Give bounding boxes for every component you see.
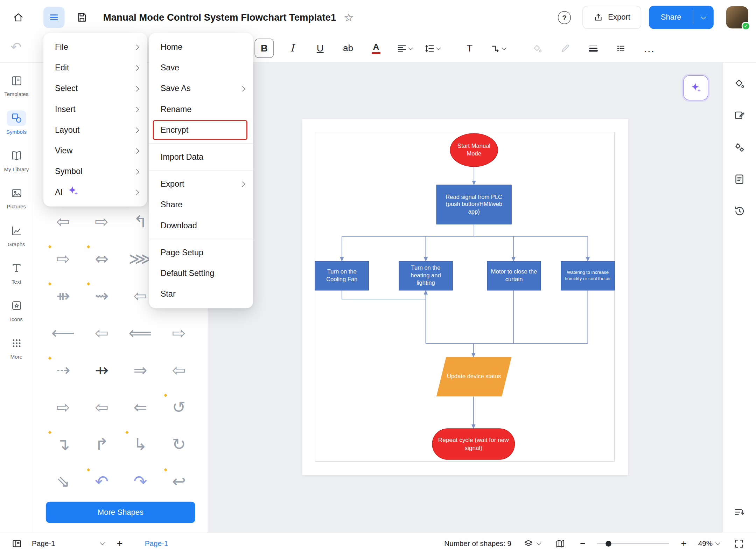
symbol-shape-16[interactable]: ⇨	[160, 314, 198, 351]
flow-node-read-signal[interactable]: Read signal from PLC (push button/HMI/we…	[436, 185, 512, 224]
symbol-shape-25[interactable]: ↴◆	[44, 425, 82, 463]
line-spacing-button[interactable]	[422, 39, 442, 58]
menubar-item-file[interactable]: File	[43, 37, 147, 57]
symbol-shape-15[interactable]: ⟸	[121, 314, 160, 351]
favorite-star-icon[interactable]: ☆	[344, 11, 354, 24]
sidebar-item-icons[interactable]: Icons	[0, 295, 32, 326]
symbol-shape-21[interactable]: ⇨	[44, 388, 82, 425]
symbol-shape-28[interactable]: ↻	[160, 425, 198, 463]
flow-node-cooling-fan[interactable]: Turn on the Cooling Fan	[315, 261, 369, 290]
file-menu-item-home[interactable]: Home	[149, 37, 253, 57]
flow-node-motor-curtain[interactable]: Motor to close the curtain	[487, 261, 541, 290]
file-menu-item-encrypt[interactable]: Encrypt	[149, 120, 253, 140]
zoom-out-button[interactable]: −	[580, 538, 586, 549]
strikethrough-button[interactable]: ab	[338, 39, 358, 58]
symbol-shape-23[interactable]: ⇐	[121, 388, 160, 425]
pen-button[interactable]	[555, 39, 575, 58]
add-page-button[interactable]: +	[117, 538, 122, 549]
file-menu-item-export[interactable]: Export	[149, 174, 253, 194]
theme-panel-icon[interactable]	[729, 73, 750, 94]
symbol-shape-17[interactable]: ⇢◆	[44, 351, 82, 388]
sidebar-item-pictures[interactable]: Pictures	[0, 182, 32, 214]
sidebar-item-text[interactable]: Text	[0, 257, 32, 289]
align-button[interactable]	[394, 39, 414, 58]
save-button[interactable]	[71, 7, 93, 28]
flow-node-watering[interactable]: Watering to increase humidity or cool th…	[561, 261, 615, 290]
italic-button[interactable]: I	[282, 39, 302, 58]
page-selector-dropdown[interactable]: Page-1	[32, 539, 104, 547]
file-menu-item-save-as[interactable]: Save As	[149, 78, 253, 99]
insert-shape-panel-icon[interactable]	[729, 105, 750, 125]
file-menu-item-star[interactable]: Star	[149, 284, 253, 304]
layers-button[interactable]	[523, 538, 540, 549]
symbol-shape-13[interactable]: ⟵	[44, 314, 82, 351]
zoom-slider-knob[interactable]	[606, 541, 612, 547]
line-weight-button[interactable]	[583, 39, 603, 58]
symbol-shape-26[interactable]: ↱	[83, 425, 121, 463]
flow-node-heating-lighting[interactable]: Turn on the heating and lighting	[399, 261, 453, 290]
user-avatar[interactable]: ✓	[726, 6, 748, 28]
symbol-shape-19[interactable]: ⇒	[121, 351, 160, 388]
symbol-shape-30[interactable]: ↶◆	[83, 463, 121, 500]
flow-node-start[interactable]: Start Manual Mode	[450, 133, 498, 167]
navigator-map-button[interactable]	[552, 535, 568, 552]
history-panel-icon[interactable]	[729, 201, 750, 221]
automation-panel-icon[interactable]	[729, 137, 750, 157]
sidebar-item-templates[interactable]: Templates	[0, 69, 32, 101]
ai-assistant-button[interactable]	[683, 75, 708, 101]
flow-node-repeat-cycle[interactable]: Repeat cycle (wait for new signal)	[432, 428, 515, 460]
main-menu-button[interactable]	[43, 7, 65, 28]
symbol-shape-32[interactable]: ↩◆	[160, 463, 198, 500]
home-button[interactable]	[8, 7, 29, 28]
more-tools-button[interactable]: …	[639, 39, 659, 58]
menubar-item-ai[interactable]: AI	[43, 182, 147, 202]
file-menu-item-page-setup[interactable]: Page Setup	[149, 242, 253, 263]
symbol-shape-24[interactable]: ↺◆	[160, 388, 198, 425]
file-menu-item-rename[interactable]: Rename	[149, 99, 253, 119]
notes-panel-icon[interactable]	[729, 169, 750, 189]
menubar-item-edit[interactable]: Edit	[43, 57, 147, 78]
file-menu-item-import-data[interactable]: Import Data	[149, 147, 253, 167]
page-tab[interactable]: Page-1	[145, 539, 168, 547]
fullscreen-button[interactable]	[731, 535, 747, 552]
menubar-item-layout[interactable]: Layout	[43, 120, 147, 140]
undo-button[interactable]: ↶	[10, 40, 21, 55]
symbol-shape-14[interactable]: ⇦	[83, 314, 121, 351]
menubar-item-symbol[interactable]: Symbol	[43, 161, 147, 182]
presentation-view-button[interactable]	[9, 535, 25, 552]
more-shapes-button[interactable]: More Shapes	[46, 502, 195, 523]
share-button[interactable]: Share	[649, 6, 693, 29]
font-color-button[interactable]: A	[366, 39, 386, 58]
flow-node-update-status[interactable]: Update device status	[436, 357, 512, 396]
fill-color-button[interactable]	[527, 39, 547, 58]
text-tool-button[interactable]: T	[460, 39, 479, 58]
export-button[interactable]: Export	[582, 6, 641, 29]
connector-button[interactable]	[488, 39, 507, 58]
menubar-item-insert[interactable]: Insert	[43, 99, 147, 119]
zoom-in-button[interactable]: +	[681, 538, 687, 549]
sidebar-item-graphs[interactable]: Graphs	[0, 220, 32, 251]
sidebar-item-more[interactable]: More	[0, 332, 32, 364]
bold-button[interactable]: B	[254, 39, 274, 58]
file-menu-item-download[interactable]: Download	[149, 215, 253, 236]
line-style-button[interactable]	[611, 39, 631, 58]
underline-button[interactable]: U	[310, 39, 330, 58]
sidebar-item-my-library[interactable]: My Library	[0, 145, 32, 176]
canvas[interactable]: Start Manual ModeRead signal from PLC (p…	[208, 63, 722, 533]
menubar-item-view[interactable]: View	[43, 140, 147, 161]
share-dropdown-button[interactable]	[693, 6, 714, 29]
symbol-shape-18[interactable]: ⇸	[83, 351, 121, 388]
menubar-item-select[interactable]: Select	[43, 78, 147, 99]
symbol-shape-2[interactable]: ⇨	[83, 203, 121, 240]
sidebar-item-symbols[interactable]: Symbols	[0, 107, 32, 139]
symbol-shape-27[interactable]: ↳◆	[121, 425, 160, 463]
zoom-level-dropdown[interactable]: 49%	[698, 539, 720, 547]
help-button[interactable]: ?	[558, 11, 571, 24]
file-menu-item-share[interactable]: Share	[149, 194, 253, 215]
symbol-shape-29[interactable]: ⇘	[44, 463, 82, 500]
symbol-shape-6[interactable]: ⇔◆	[83, 240, 121, 277]
file-menu-item-default-setting[interactable]: Default Setting	[149, 263, 253, 284]
symbol-shape-5[interactable]: ⇨◆	[44, 240, 82, 277]
symbol-shape-20[interactable]: ⇦	[160, 351, 198, 388]
symbol-shape-22[interactable]: ⇦	[83, 388, 121, 425]
